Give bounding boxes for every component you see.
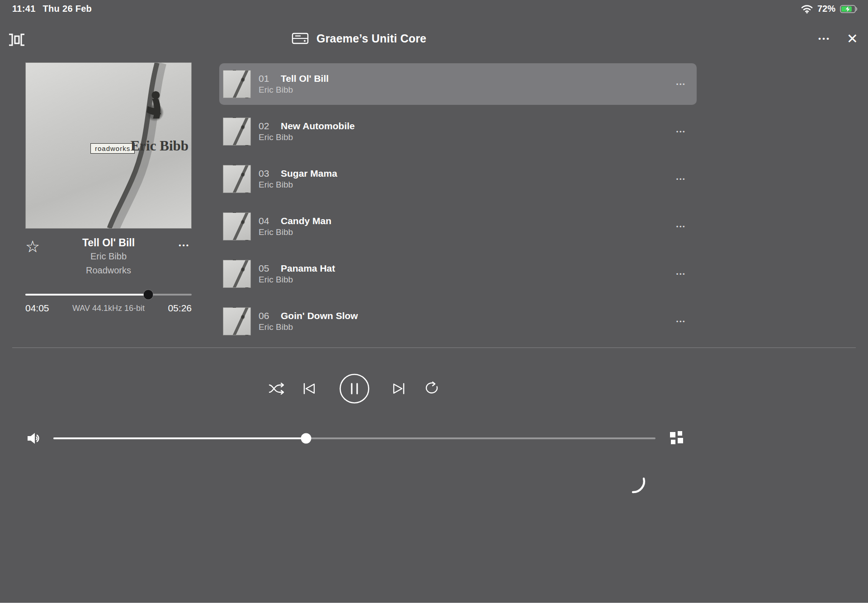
track-thumbnail — [223, 260, 251, 288]
track-title: Tell Ol' Bill — [281, 73, 329, 84]
now-playing-text: Tell Ol' Bill Eric Bibb Roadworks — [25, 236, 192, 277]
track-thumbnail — [223, 307, 251, 335]
track-more-button[interactable]: ••• — [676, 223, 686, 230]
track-title: New Automobile — [281, 121, 355, 132]
track-artist: Eric Bibb — [259, 275, 335, 285]
track-number: 06 — [259, 310, 281, 321]
close-icon[interactable]: ✕ — [847, 30, 858, 48]
track-number: 03 — [259, 168, 281, 179]
track-number: 01 — [259, 73, 281, 84]
battery-percent: 72% — [817, 4, 835, 14]
track-artist: Eric Bibb — [259, 322, 358, 332]
rooms-grid-icon[interactable] — [669, 430, 684, 446]
volume-icon[interactable] — [26, 431, 43, 446]
track-thumbnail — [223, 70, 251, 98]
track-number: 04 — [259, 216, 281, 226]
next-track-icon[interactable] — [391, 382, 406, 395]
volume-knob[interactable] — [301, 433, 311, 444]
divider — [12, 348, 856, 348]
shuffle-icon[interactable] — [268, 382, 285, 395]
track-number: 02 — [259, 121, 281, 132]
track-more-button[interactable]: ••• — [676, 271, 686, 277]
track-artist: Eric Bibb — [259, 227, 331, 237]
now-playing-title: Tell Ol' Bill — [45, 236, 172, 249]
track-text: 05 Panama Hat Eric Bibb — [259, 263, 335, 285]
track-row[interactable]: 04 Candy Man Eric Bibb ••• — [219, 206, 697, 247]
now-playing-album: Roadworks — [45, 263, 172, 277]
now-playing-pane: roadworks Eric Bibb ☆ ••• Tell Ol' Bill … — [25, 62, 192, 315]
album-art: roadworks Eric Bibb — [25, 62, 192, 229]
clock-time: 11:41 — [12, 4, 36, 14]
track-row[interactable]: 01 Tell Ol' Bill Eric Bibb ••• — [219, 63, 697, 105]
track-row[interactable]: 06 Goin' Down Slow Eric Bibb ••• — [219, 301, 697, 342]
clock-date: Thu 26 Feb — [43, 4, 92, 14]
track-text: 03 Sugar Mama Eric Bibb — [259, 168, 337, 190]
track-row[interactable]: 05 Panama Hat Eric Bibb ••• — [219, 253, 697, 295]
track-row[interactable]: 03 Sugar Mama Eric Bibb ••• — [219, 158, 697, 200]
transport-controls — [0, 370, 868, 408]
track-more-button[interactable]: ••• — [676, 128, 686, 135]
now-playing-meta: ☆ ••• Tell Ol' Bill Eric Bibb Roadworks — [25, 236, 192, 284]
header: Graeme’s Uniti Core ••• ✕ — [0, 28, 868, 52]
queue-list: 01 Tell Ol' Bill Eric Bibb ••• 02 New Au… — [219, 63, 697, 348]
track-more-button[interactable]: ••• — [676, 176, 686, 183]
track-row[interactable]: 02 New Automobile Eric Bibb ••• — [219, 111, 697, 152]
track-artist: Eric Bibb — [259, 85, 329, 95]
header-actions: ••• ✕ — [818, 30, 858, 48]
status-bar: 11:41 Thu 26 Feb 72% — [0, 4, 868, 18]
server-icon — [291, 31, 309, 46]
volume-slider[interactable] — [53, 437, 656, 439]
queue-icon[interactable] — [7, 33, 26, 47]
audio-format: WAV 44.1kHz 16-bit — [25, 304, 192, 313]
previous-track-icon[interactable] — [302, 382, 317, 395]
track-number: 05 — [259, 263, 281, 274]
header-more-button[interactable]: ••• — [818, 30, 830, 48]
track-progress-knob[interactable] — [144, 290, 153, 300]
spinner-arc-icon — [628, 475, 648, 495]
pause-button[interactable] — [339, 373, 370, 404]
track-thumbnail — [223, 165, 251, 193]
track-artist: Eric Bibb — [259, 180, 337, 190]
device-title: Graeme’s Uniti Core — [316, 32, 426, 45]
track-text: 02 New Automobile Eric Bibb — [259, 121, 355, 142]
track-text: 01 Tell Ol' Bill Eric Bibb — [259, 73, 329, 95]
favorite-star-icon[interactable]: ☆ — [25, 239, 40, 255]
time-row: 04:05 WAV 44.1kHz 16-bit 05:26 — [25, 303, 192, 315]
volume-row — [0, 425, 868, 452]
volume-fill — [53, 437, 306, 439]
album-art-artist: Eric Bibb — [131, 138, 189, 154]
wifi-icon — [801, 5, 813, 14]
now-playing-more-button[interactable]: ••• — [179, 241, 190, 249]
track-progress-slider[interactable] — [25, 294, 192, 296]
header-title-group: Graeme’s Uniti Core — [291, 31, 426, 46]
track-text: 06 Goin' Down Slow Eric Bibb — [259, 310, 358, 332]
music-player-screen: 11:41 Thu 26 Feb 72% — [0, 0, 868, 606]
total-time: 05:26 — [168, 303, 192, 314]
status-left: 11:41 Thu 26 Feb — [12, 4, 92, 14]
track-progress-fill — [25, 294, 148, 296]
track-artist: Eric Bibb — [259, 132, 355, 142]
track-title: Sugar Mama — [281, 168, 337, 179]
track-title: Panama Hat — [281, 263, 335, 274]
track-more-button[interactable]: ••• — [676, 81, 686, 88]
album-art-label: roadworks — [90, 143, 135, 154]
status-right: 72% — [801, 4, 858, 14]
home-indicator-strip — [0, 603, 868, 606]
now-playing-artist: Eric Bibb — [45, 249, 172, 263]
track-text: 04 Candy Man Eric Bibb — [259, 216, 331, 237]
track-title: Goin' Down Slow — [281, 310, 358, 321]
repeat-icon[interactable] — [424, 381, 440, 396]
track-title: Candy Man — [281, 216, 331, 226]
battery-charging-icon — [840, 5, 858, 14]
track-more-button[interactable]: ••• — [676, 318, 686, 325]
track-thumbnail — [223, 117, 251, 146]
track-thumbnail — [223, 212, 251, 240]
